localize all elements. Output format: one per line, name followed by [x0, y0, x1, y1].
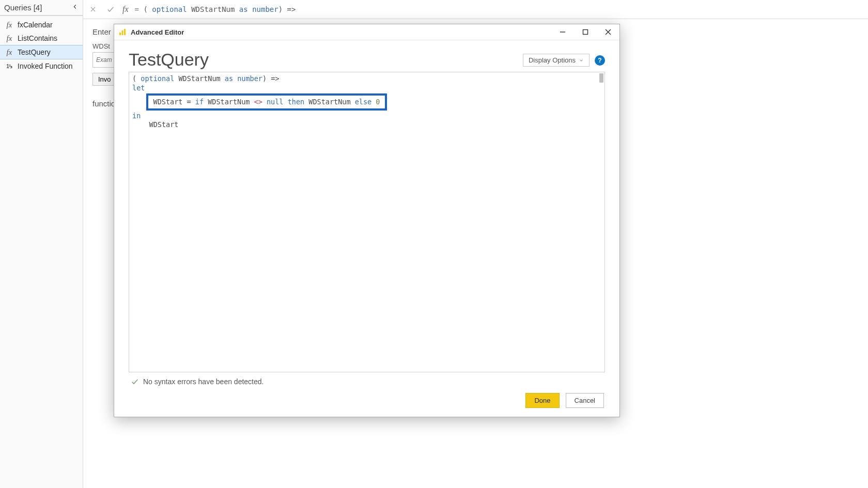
display-options-dropdown[interactable]: Display Options: [523, 54, 590, 67]
sidebar-item-fxcalendar[interactable]: fx fxCalendar: [0, 18, 83, 32]
sidebar-item-label: Invoked Function: [18, 62, 73, 70]
svg-rect-3: [122, 30, 123, 35]
queries-header: Queries [4]: [0, 0, 83, 16]
query-name-heading: TestQuery: [129, 50, 209, 70]
help-button[interactable]: ?: [595, 55, 605, 66]
checkmark-icon: [131, 377, 139, 386]
dialog-title: Advanced Editor: [131, 28, 551, 36]
svg-rect-2: [119, 33, 121, 35]
function-icon: fx: [5, 48, 13, 56]
window-close-button[interactable]: [597, 24, 619, 40]
sidebar-item-invokedfunction[interactable]: 1²₃ Invoked Function: [0, 59, 83, 73]
sidebar-item-listcontains[interactable]: fx ListContains: [0, 32, 83, 45]
function-icon: fx: [5, 34, 13, 42]
editor-scrollbar[interactable]: [599, 73, 603, 83]
svg-rect-4: [124, 29, 126, 35]
cancel-button[interactable]: Cancel: [566, 393, 604, 408]
powerbi-icon: [118, 28, 127, 36]
sidebar-item-label: fxCalendar: [18, 21, 53, 29]
collapse-chevron-icon[interactable]: [71, 3, 79, 12]
formula-cancel-button[interactable]: [87, 4, 99, 15]
dialog-titlebar[interactable]: Advanced Editor: [114, 24, 619, 40]
queries-header-label: Queries [4]: [4, 3, 42, 12]
display-options-label: Display Options: [529, 56, 576, 64]
formula-confirm-button[interactable]: [105, 4, 116, 15]
done-button[interactable]: Done: [525, 393, 559, 408]
highlighted-code-box: WDStart = if WDStartNum <> null then WDS…: [146, 93, 388, 111]
code-editor[interactable]: ( optional WDStartNum as number) => let …: [129, 72, 605, 372]
window-maximize-button[interactable]: [574, 24, 597, 40]
function-icon: fx: [5, 21, 13, 29]
number-icon: 1²₃: [5, 62, 13, 70]
chevron-down-icon: [579, 58, 584, 63]
svg-rect-6: [583, 30, 588, 35]
formula-text[interactable]: = ( optional WDStartNum as number) =>: [135, 5, 296, 13]
queries-list: fx fxCalendar fx ListContains fx TestQue…: [0, 16, 83, 75]
fx-icon[interactable]: fx: [122, 5, 129, 14]
advanced-editor-dialog: Advanced Editor TestQuery: [114, 24, 620, 417]
syntax-status-text: No syntax errors have been detected.: [143, 377, 264, 386]
queries-pane: Queries [4] fx fxCalendar fx ListContain…: [0, 0, 83, 488]
formula-bar: fx = ( optional WDStartNum as number) =>: [83, 0, 868, 19]
syntax-status: No syntax errors have been detected.: [129, 372, 605, 391]
invoke-button[interactable]: Invo: [92, 73, 116, 86]
sidebar-item-label: TestQuery: [18, 48, 51, 56]
sidebar-item-testquery[interactable]: fx TestQuery: [0, 45, 83, 59]
window-minimize-button[interactable]: [551, 24, 574, 40]
sidebar-item-label: ListContains: [18, 34, 57, 42]
